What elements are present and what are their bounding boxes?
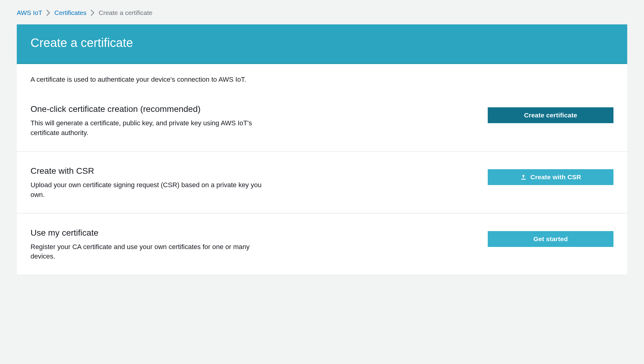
option-desc: Register your CA certificate and use you… bbox=[31, 242, 262, 262]
chevron-right-icon bbox=[91, 10, 94, 16]
chevron-right-icon bbox=[46, 10, 50, 16]
panel-header: Create a certificate bbox=[17, 24, 627, 64]
breadcrumb: AWS IoT Certificates Create a certificat… bbox=[17, 9, 627, 16]
option-use-my-cert: Use my certificate Register your CA cert… bbox=[17, 213, 627, 275]
option-title: Use my certificate bbox=[31, 228, 262, 238]
panel-intro: A certificate is used to authenticate yo… bbox=[17, 64, 627, 90]
option-text: One-click certificate creation (recommen… bbox=[31, 104, 262, 138]
upload-icon bbox=[520, 174, 527, 180]
option-text: Use my certificate Register your CA cert… bbox=[31, 228, 262, 262]
create-certificate-button[interactable]: Create certificate bbox=[488, 107, 613, 123]
button-label: Create certificate bbox=[524, 112, 577, 119]
option-csr: Create with CSR Upload your own certific… bbox=[17, 152, 627, 213]
option-text: Create with CSR Upload your own certific… bbox=[31, 166, 262, 200]
main-panel: Create a certificate A certificate is us… bbox=[17, 24, 627, 275]
get-started-button[interactable]: Get started bbox=[488, 231, 613, 247]
breadcrumb-current: Create a certificate bbox=[99, 9, 152, 16]
breadcrumb-certificates[interactable]: Certificates bbox=[54, 9, 86, 16]
option-action: Create with CSR bbox=[488, 166, 613, 185]
option-title: Create with CSR bbox=[31, 166, 262, 176]
breadcrumb-aws-iot[interactable]: AWS IoT bbox=[17, 9, 42, 16]
button-label: Get started bbox=[533, 235, 568, 243]
option-desc: This will generate a certificate, public… bbox=[31, 118, 262, 138]
page-title: Create a certificate bbox=[31, 36, 613, 50]
option-desc: Upload your own certificate signing requ… bbox=[31, 180, 262, 200]
option-action: Get started bbox=[488, 228, 613, 247]
option-one-click: One-click certificate creation (recommen… bbox=[17, 90, 627, 152]
button-label: Create with CSR bbox=[530, 173, 581, 181]
option-title: One-click certificate creation (recommen… bbox=[31, 104, 262, 114]
create-with-csr-button[interactable]: Create with CSR bbox=[488, 169, 613, 185]
option-action: Create certificate bbox=[488, 104, 613, 123]
